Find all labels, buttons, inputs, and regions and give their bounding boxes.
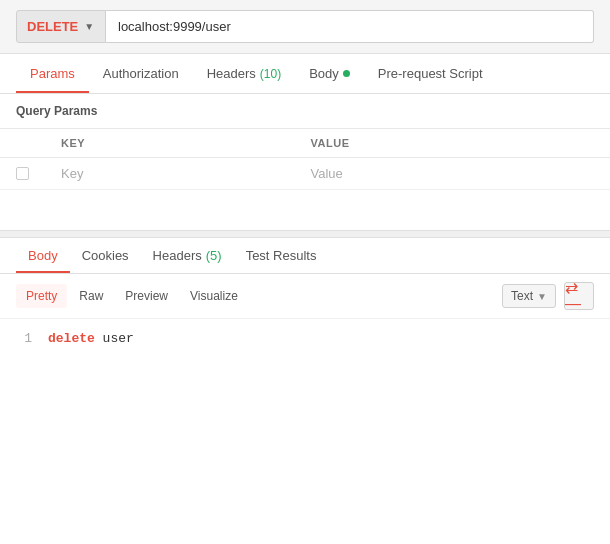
- response-tab-headers[interactable]: Headers (5): [141, 238, 234, 273]
- wrap-button[interactable]: ⇄—: [564, 282, 594, 310]
- col-checkbox: [0, 129, 45, 158]
- code-keyword: delete: [48, 331, 95, 346]
- response-tab-cookies[interactable]: Cookies: [70, 238, 141, 273]
- code-content: delete user: [48, 331, 134, 346]
- response-tabs: Body Cookies Headers (5) Test Results: [0, 238, 610, 274]
- url-input[interactable]: [106, 10, 594, 43]
- response-tab-test-results[interactable]: Test Results: [234, 238, 329, 273]
- tab-body[interactable]: Body: [295, 54, 364, 93]
- table-row: Key Value: [0, 158, 610, 190]
- tab-authorization[interactable]: Authorization: [89, 54, 193, 93]
- format-preview-button[interactable]: Preview: [115, 284, 178, 308]
- code-text: user: [95, 331, 134, 346]
- params-table: KEY VALUE Key Value: [0, 128, 610, 190]
- request-tabs: Params Authorization Headers (10) Body P…: [0, 54, 610, 94]
- response-tab-body[interactable]: Body: [16, 238, 70, 273]
- tab-headers[interactable]: Headers (10): [193, 54, 295, 93]
- key-cell[interactable]: Key: [45, 158, 295, 190]
- method-bar: DELETE ▼: [0, 0, 610, 54]
- format-toolbar: Pretty Raw Preview Visualize Text ▼ ⇄—: [0, 274, 610, 319]
- tab-params[interactable]: Params: [16, 54, 89, 93]
- tab-pre-request[interactable]: Pre-request Script: [364, 54, 497, 93]
- line-numbers: 1: [16, 331, 32, 346]
- text-type-chevron-icon: ▼: [537, 291, 547, 302]
- body-dot: [343, 70, 350, 77]
- query-params-header: Query Params: [0, 94, 610, 128]
- method-label: DELETE: [27, 19, 78, 34]
- col-value: VALUE: [295, 129, 611, 158]
- row-checkbox-cell: [0, 158, 45, 190]
- format-visualize-button[interactable]: Visualize: [180, 284, 248, 308]
- section-divider: [0, 230, 610, 238]
- row-checkbox[interactable]: [16, 167, 29, 180]
- method-select[interactable]: DELETE ▼: [16, 10, 106, 43]
- col-key: KEY: [45, 129, 295, 158]
- text-type-select[interactable]: Text ▼: [502, 284, 556, 308]
- format-pretty-button[interactable]: Pretty: [16, 284, 67, 308]
- method-chevron-icon: ▼: [84, 21, 94, 32]
- value-cell[interactable]: Value: [295, 158, 611, 190]
- wrap-icon: ⇄—: [565, 280, 593, 312]
- code-area: 1 delete user: [0, 319, 610, 358]
- format-raw-button[interactable]: Raw: [69, 284, 113, 308]
